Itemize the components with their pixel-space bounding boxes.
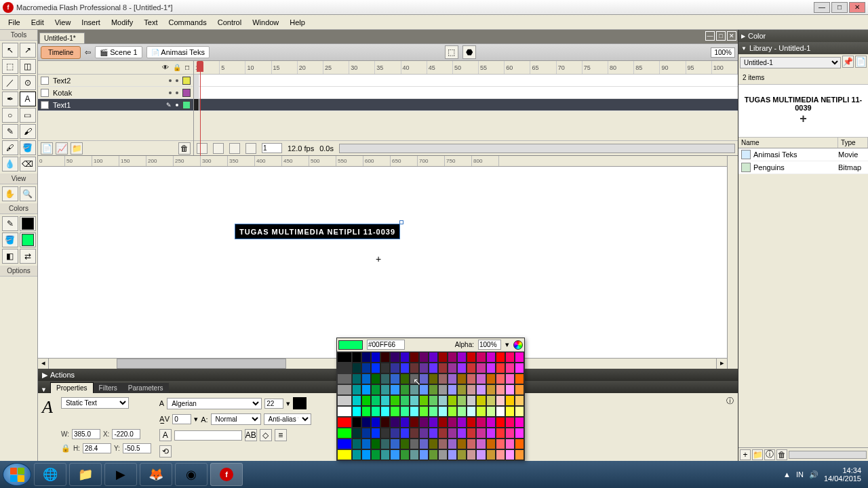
doc-close[interactable]: ✕ <box>727 31 736 41</box>
eraser-tool[interactable]: ⌫ <box>20 157 36 171</box>
taskbar-firefox[interactable]: 🦊 <box>140 463 172 486</box>
subselection-tool[interactable]: ↗ <box>20 43 36 58</box>
menu-view[interactable]: View <box>50 17 77 28</box>
tray-flag-icon[interactable]: ▲ <box>783 470 791 479</box>
letter-spacing-input[interactable] <box>172 414 191 424</box>
height-input[interactable] <box>83 443 111 453</box>
stroke-swatch[interactable] <box>20 216 36 231</box>
lock-aspect-icon[interactable]: 🔒 <box>61 444 71 453</box>
menu-edit[interactable]: Edit <box>26 17 50 28</box>
pin-library-button[interactable]: 📌 <box>842 56 854 68</box>
brush-tool[interactable]: 🖌 <box>20 124 36 139</box>
hand-tool[interactable]: ✋ <box>2 186 18 201</box>
help-icon[interactable]: ⓘ <box>726 396 734 406</box>
size-stepper[interactable]: ▾ <box>286 399 290 408</box>
pencil-tool[interactable]: ✎ <box>2 124 18 139</box>
edit-scene-icon[interactable]: ⬚ <box>445 45 458 59</box>
menu-commands[interactable]: Commands <box>163 17 212 28</box>
tab-properties[interactable]: Properties <box>50 382 94 393</box>
ink-bottle-tool[interactable]: 🖋 <box>2 140 18 155</box>
layer-row[interactable]: Text1 ✎ <box>38 99 193 111</box>
taskbar-explorer[interactable]: 📁 <box>69 463 102 486</box>
stage-text-object[interactable]: TUGAS MULTIMEDIA NETIPLI 11-0039 <box>235 224 400 239</box>
new-motion-guide-button[interactable]: 📈 <box>56 142 68 155</box>
color-panel-header[interactable]: ▶Color <box>738 30 868 42</box>
new-folder-button[interactable]: 📁 <box>752 449 763 460</box>
eyedropper-tool[interactable]: 💧 <box>2 157 18 171</box>
hex-input[interactable] <box>367 340 405 350</box>
onion-skin-outlines-button[interactable] <box>229 143 240 154</box>
language-indicator[interactable]: IN <box>796 470 804 479</box>
menu-help[interactable]: Help <box>284 17 311 28</box>
oval-tool[interactable]: ○ <box>2 108 18 123</box>
vertical-scrollbar[interactable] <box>727 156 738 369</box>
lock-column-icon[interactable]: 🔒 <box>173 64 181 71</box>
text-tool[interactable]: A <box>20 92 36 106</box>
name-column[interactable]: Name <box>738 138 838 148</box>
doc-restore[interactable]: □ <box>716 31 726 41</box>
alpha-input[interactable] <box>478 340 501 350</box>
current-frame-input[interactable] <box>262 143 282 153</box>
x-input[interactable] <box>112 429 140 439</box>
stage[interactable]: TUGAS MULTIMEDIA NETIPLI 11-0039 + <box>38 167 727 358</box>
onion-skin-button[interactable] <box>213 143 224 154</box>
bold-button[interactable]: AB <box>245 429 257 441</box>
y-input[interactable] <box>123 443 151 453</box>
selection-tool[interactable]: ↖ <box>2 43 18 58</box>
align-button[interactable]: ≡ <box>275 429 287 441</box>
stroke-color[interactable]: ✎ <box>2 216 18 231</box>
back-arrow-icon[interactable]: ⇦ <box>85 48 91 57</box>
new-symbol-button[interactable]: + <box>740 449 751 460</box>
char-position-select[interactable]: Normal <box>211 413 261 425</box>
antialias-select[interactable]: Anti-alias for re <box>264 413 311 425</box>
tab-filters[interactable]: Filters <box>94 383 123 393</box>
taskbar-ie[interactable]: 🌐 <box>34 463 66 486</box>
close-button[interactable]: ✕ <box>849 2 865 13</box>
new-library-button[interactable]: 📄 <box>855 56 867 68</box>
library-item[interactable]: Animasi Teks Movie <box>738 148 868 161</box>
italic-button[interactable]: ◇ <box>260 429 272 441</box>
doc-minimize[interactable]: — <box>705 31 715 41</box>
playhead[interactable] <box>197 61 203 156</box>
layer-row[interactable]: Text2 <box>38 75 193 87</box>
selectable-button[interactable]: A <box>159 429 172 441</box>
library-document-select[interactable]: Untitled-1 <box>740 57 841 68</box>
text-type-select[interactable]: Static Text <box>61 397 129 409</box>
menu-window[interactable]: Window <box>247 17 284 28</box>
menu-file[interactable]: File <box>3 17 26 28</box>
rectangle-tool[interactable]: ▭ <box>20 108 36 123</box>
clip-breadcrumb[interactable]: 📄 Animasi Teks <box>146 46 210 58</box>
menu-control[interactable]: Control <box>212 17 247 28</box>
menu-modify[interactable]: Modify <box>106 17 138 28</box>
paint-bucket-tool[interactable]: 🪣 <box>20 140 36 155</box>
text-color-swatch[interactable] <box>293 397 307 409</box>
color-swatch-grid[interactable] <box>337 352 524 460</box>
visibility-column-icon[interactable]: 👁 <box>162 64 169 71</box>
tray-network-icon[interactable]: 🔊 <box>809 470 818 479</box>
color-wheel-button[interactable] <box>513 340 523 350</box>
zoom-level[interactable]: 100% <box>711 47 735 58</box>
free-transform-tool[interactable]: ⬚ <box>2 59 18 74</box>
frame-ruler[interactable]: 1510152025303540455055606570758085909510… <box>194 61 738 75</box>
line-tool[interactable]: ／ <box>2 75 18 90</box>
taskbar-chrome[interactable]: ◉ <box>175 463 208 486</box>
width-input[interactable] <box>72 429 100 439</box>
clock[interactable]: 14:34 14/04/2015 <box>824 466 861 483</box>
fill-color[interactable]: 🪣 <box>2 232 18 247</box>
edit-multiple-frames-button[interactable] <box>245 143 256 154</box>
menu-text[interactable]: Text <box>138 17 163 28</box>
resize-handle[interactable] <box>399 220 403 224</box>
document-tab[interactable]: Untitled-1* <box>39 33 85 43</box>
scene-breadcrumb[interactable]: 🎬 Scene 1 <box>95 46 142 58</box>
edit-symbol-icon[interactable]: ⬣ <box>462 45 476 59</box>
frame-scrollbar[interactable] <box>339 144 735 153</box>
properties-button[interactable]: ⓘ <box>764 449 775 460</box>
timeline-toggle[interactable]: Timeline <box>41 46 81 59</box>
library-panel-header[interactable]: ▼Library - Untitled-1 <box>738 42 868 54</box>
lasso-tool[interactable]: ⊙ <box>20 75 36 90</box>
new-folder-button[interactable]: 📁 <box>71 142 83 155</box>
spacing-stepper[interactable]: ▾ <box>194 415 198 424</box>
outline-column-icon[interactable]: □ <box>185 64 189 71</box>
layer-row[interactable]: Kotak <box>38 87 193 99</box>
delete-layer-button[interactable]: 🗑 <box>178 142 191 155</box>
